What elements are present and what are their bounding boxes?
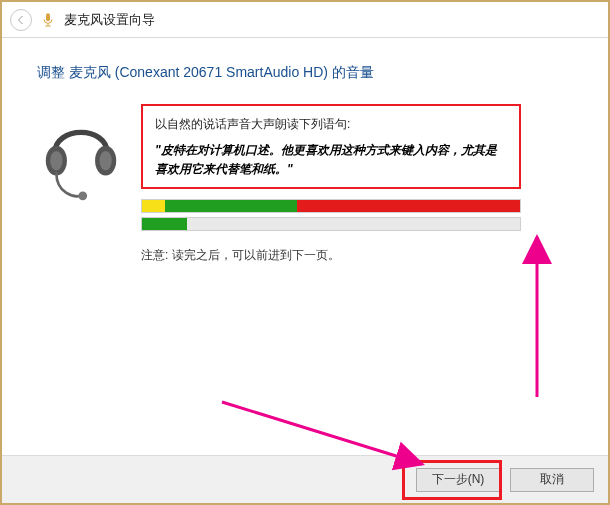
volume-meter-2 (141, 217, 521, 231)
note-text: 注意: 读完之后，可以前进到下一页。 (141, 247, 573, 264)
svg-point-6 (99, 151, 111, 170)
window-title: 麦克风设置向导 (64, 11, 155, 29)
svg-point-7 (78, 191, 87, 200)
microphone-icon (40, 12, 56, 28)
svg-point-4 (50, 151, 62, 170)
meter-segment (142, 200, 165, 212)
page-heading: 调整 麦克风 (Conexant 20671 SmartAudio HD) 的音… (37, 64, 573, 82)
read-aloud-sentence: "皮特在对计算机口述。他更喜欢用这种方式来键入内容，尤其是喜欢用它来代替笔和纸。… (155, 141, 507, 179)
meter-segment (142, 218, 187, 230)
cancel-button[interactable]: 取消 (510, 468, 594, 492)
instruction-text: 以自然的说话声音大声朗读下列语句: (155, 116, 507, 133)
instruction-callout: 以自然的说话声音大声朗读下列语句: "皮特在对计算机口述。他更喜欢用这种方式来键… (141, 104, 521, 189)
arrow-left-icon (15, 14, 27, 26)
svg-rect-0 (46, 13, 50, 21)
next-button[interactable]: 下一步(N) (416, 468, 500, 492)
back-button[interactable] (10, 9, 32, 31)
headset-illustration (37, 104, 125, 211)
meter-segment (165, 200, 297, 212)
volume-meter-1 (141, 199, 521, 213)
volume-meters (141, 199, 521, 231)
meter-segment (297, 200, 520, 212)
